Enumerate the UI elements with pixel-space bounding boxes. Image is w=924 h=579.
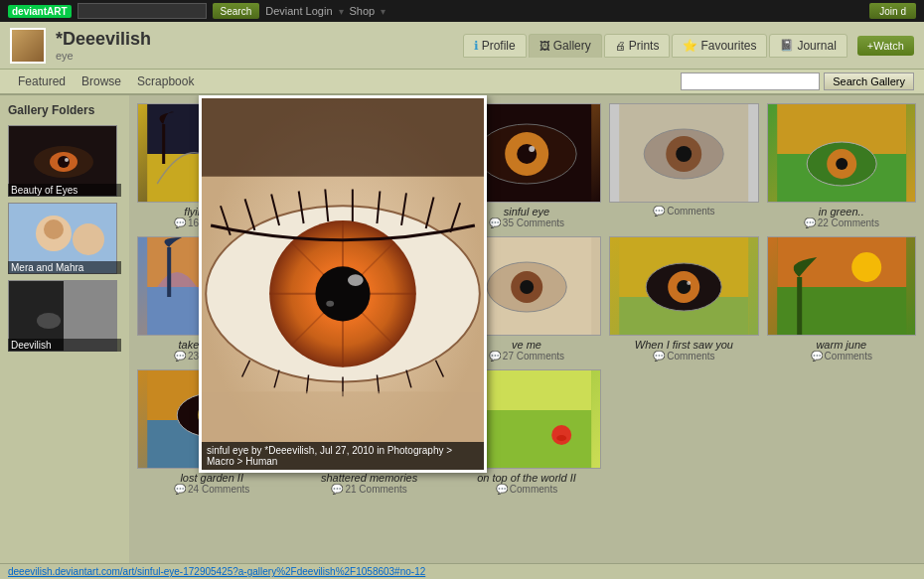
bottombar: deeevilish.deviantart.com/art/sinful-eye… [0, 563, 924, 579]
shop-link[interactable]: Shop [350, 5, 376, 17]
svg-point-19 [396, 151, 402, 157]
folder-deevilish[interactable]: Deevilish [8, 280, 121, 352]
comment-icon: 💬 [174, 351, 186, 362]
user-tag: eye [56, 50, 151, 62]
gallery-item-sinful-eye[interactable]: sinful eye 💬 35 Comments [452, 103, 601, 228]
gallery-search-button[interactable]: Search Gallery [824, 72, 914, 90]
topbar-search-button[interactable]: Search [213, 3, 260, 19]
deviant-login-link[interactable]: Deviant Login [265, 5, 332, 17]
comment-icon: 💬 [331, 484, 343, 495]
gallery-item-on-top-of-world[interactable]: on top of the world II 💬 Comments [452, 369, 601, 495]
title-rve: ve me [452, 339, 601, 351]
topbar-search-input[interactable] [77, 3, 207, 19]
tab-gallery[interactable]: 🖼 Gallery [529, 34, 602, 58]
comments-shattered-memories: 💬 21 Comments [294, 484, 443, 495]
gallery-icon: 🖼 [539, 40, 550, 52]
comment-icon: 💬 [174, 484, 186, 495]
prints-icon: 🖨 [615, 40, 626, 52]
comments-when-first-saw: 💬 Comments [609, 351, 758, 362]
gallery-subnav: Featured Browse Scrapbook Search Gallery [0, 70, 924, 95]
gallery-item-take-me-there[interactable]: take me there 💬 23 Comments [137, 236, 286, 362]
gallery-item-in-green[interactable]: in green.. 💬 22 Comments [767, 103, 916, 228]
gallery-item-cruel-intentions[interactable]: cruel intentions 💬 18 Comments [294, 103, 443, 228]
comments-flying-alone: 💬 16 Comments [137, 217, 286, 228]
gallery-item-4[interactable]: 💬 Comments [609, 103, 758, 228]
comment-icon: 💬 [174, 217, 186, 228]
thumb-minds-eye [294, 236, 443, 336]
tab-favourites[interactable]: ⭐ Favourites [672, 34, 767, 58]
svg-point-54 [851, 252, 881, 282]
gallery-item-flying-alone[interactable]: flying alone 💬 16 Comments [137, 103, 286, 228]
svg-point-24 [529, 146, 535, 152]
thumb-warm-june [767, 236, 916, 336]
title-shattered-memories: shattered memories [294, 472, 443, 484]
folder-beauty-of-eyes[interactable]: Beauty of Eyes [8, 125, 121, 197]
title-warm-june: warm june [767, 339, 916, 351]
comments-on-top-of-world: 💬 Comments [452, 484, 601, 495]
svg-point-28 [676, 146, 692, 162]
title-sinful-eye: sinful eye [452, 206, 601, 217]
subnav-featured[interactable]: Featured [10, 69, 74, 94]
main-content: Gallery Folders Beauty of Eyes [0, 95, 924, 579]
subnav-browse[interactable]: Browse [74, 69, 129, 94]
tab-journal-label: Journal [797, 39, 836, 53]
svg-point-45 [520, 280, 534, 294]
profile-tabs: ℹ Profile 🖼 Gallery 🖨 Prints ⭐ Favourite… [463, 34, 847, 58]
gallery-item-shattered-memories[interactable]: shattered memories 💬 21 Comments [294, 369, 443, 495]
title-in-green: in green.. [767, 206, 916, 217]
title-lost-garden: lost garden II [137, 472, 286, 484]
profile-icon: ℹ [474, 39, 479, 53]
gallery-item-warm-june[interactable]: warm june 💬 Comments [767, 236, 916, 362]
watch-button[interactable]: +Watch [857, 36, 914, 56]
title-cruel-intentions: cruel intentions [294, 206, 443, 217]
tab-journal[interactable]: 📓 Journal [769, 34, 847, 58]
tab-favourites-label: Favourites [700, 39, 756, 53]
title-on-top-of-world: on top of the world II [452, 472, 601, 484]
svg-point-11 [37, 313, 61, 329]
gallery-item-rve[interactable]: ve me 💬 27 Comments [452, 236, 601, 362]
user-header: *Deeevilish eye ℹ Profile 🖼 Gallery 🖨 Pr… [0, 22, 924, 70]
tab-profile[interactable]: ℹ Profile [463, 34, 527, 58]
gallery-item-lost-garden[interactable]: lost garden II 💬 24 Comments [137, 369, 286, 495]
svg-point-65 [364, 409, 376, 421]
gallery-grid-container: flying alone 💬 16 Comments [129, 95, 924, 579]
comments-in-green: 💬 22 Comments [767, 217, 916, 228]
comment-icon: 💬 [331, 351, 343, 362]
avatar [10, 28, 46, 64]
gallery-search-input[interactable] [681, 72, 820, 90]
svg-rect-55 [797, 277, 802, 336]
comments-lost-garden: 💬 24 Comments [137, 484, 286, 495]
thumb-cruel-intentions [294, 103, 443, 203]
thumb-flying-alone [137, 103, 286, 203]
gallery-item-minds-eye[interactable]: mind's eye 💬 36 Comments [294, 236, 443, 362]
folder-mera-mahra[interactable]: Mera and Mahra [8, 203, 121, 274]
subnav-scrapbook[interactable]: Scrapbook [129, 69, 202, 94]
username: *Deeevilish [56, 29, 151, 50]
thumb-shattered-memories [294, 369, 443, 469]
sidebar-title: Gallery Folders [8, 103, 121, 117]
title-when-first-saw: When I first saw you [609, 339, 758, 351]
tab-prints[interactable]: 🖨 Prints [604, 34, 671, 58]
comment-icon: 💬 [653, 351, 665, 362]
comments-rve: 💬 27 Comments [452, 351, 601, 362]
comments-minds-eye: 💬 36 Comments [294, 351, 443, 362]
journal-icon: 📓 [780, 39, 794, 52]
bottombar-link[interactable]: deeevilish.deviantart.com/art/sinful-eye… [8, 566, 425, 577]
svg-point-33 [836, 158, 847, 170]
svg-point-8 [73, 223, 104, 255]
tab-prints-label: Prints [629, 39, 660, 53]
comments-4: 💬 Comments [609, 206, 758, 217]
gallery-item-when-first-saw[interactable]: When I first saw you 💬 Comments [609, 236, 758, 362]
comments-warm-june: 💬 Comments [767, 351, 916, 362]
join-button[interactable]: Join d [869, 3, 916, 19]
comment-icon: 💬 [331, 217, 343, 228]
folder-mera-label: Mera and Mahra [8, 261, 121, 274]
svg-rect-13 [147, 104, 276, 154]
thumb-in-green [767, 103, 916, 203]
thumb-rve [452, 236, 601, 336]
tab-profile-label: Profile [482, 39, 516, 53]
title-flying-alone: flying alone [137, 206, 286, 217]
comment-icon: 💬 [653, 206, 665, 217]
thumb-sinful-eye [452, 103, 601, 203]
comment-icon: 💬 [489, 217, 501, 228]
